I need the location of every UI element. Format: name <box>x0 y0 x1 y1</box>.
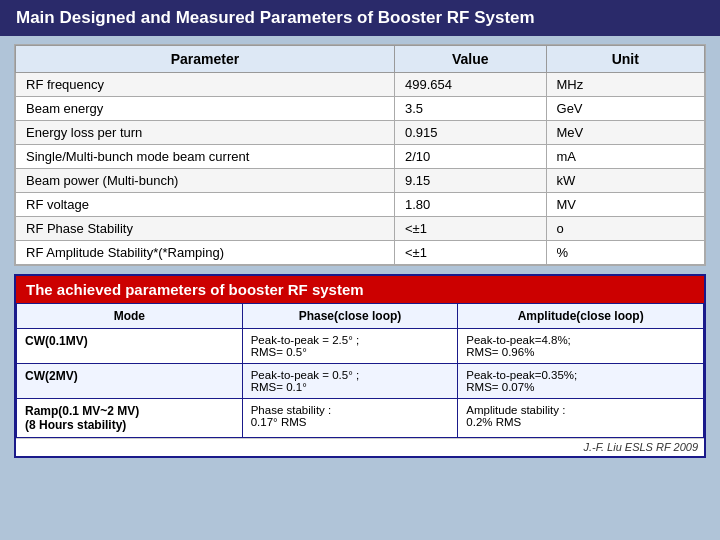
bottom-header-row: Mode Phase(close loop) Amplitude(close l… <box>17 304 704 329</box>
bottom-header-phase: Phase(close loop) <box>242 304 458 329</box>
bottom-amplitude-1: Peak-to-peak=0.35%; RMS= 0.07% <box>458 364 704 399</box>
table-row: RF frequency499.654MHz <box>16 73 705 97</box>
top-cell-6-0: RF Phase Stability <box>16 217 395 241</box>
table-header-row: Parameter Value Unit <box>16 46 705 73</box>
top-cell-0-2: MHz <box>546 73 704 97</box>
top-cell-1-2: GeV <box>546 97 704 121</box>
bottom-table-title: The achieved parameters of booster RF sy… <box>16 276 704 303</box>
table-row: Single/Multi-bunch mode beam current2/10… <box>16 145 705 169</box>
table-row: RF Phase Stability<±1o <box>16 217 705 241</box>
header-unit: Unit <box>546 46 704 73</box>
table-row: RF Amplitude Stability*(*Ramping)<±1% <box>16 241 705 265</box>
bottom-mode-0: CW(0.1MV) <box>17 329 243 364</box>
bottom-mode-1: CW(2MV) <box>17 364 243 399</box>
bottom-amplitude-2: Amplitude stability : 0.2% RMS <box>458 399 704 438</box>
title-text: Main Designed and Measured Parameters of… <box>16 8 535 27</box>
content-area: Parameter Value Unit RF frequency499.654… <box>0 36 720 466</box>
parameters-table: Parameter Value Unit RF frequency499.654… <box>15 45 705 265</box>
top-cell-0-1: 499.654 <box>394 73 546 97</box>
bottom-table-row: CW(0.1MV)Peak-to-peak = 2.5° ; RMS= 0.5°… <box>17 329 704 364</box>
top-cell-6-2: o <box>546 217 704 241</box>
bottom-phase-0: Peak-to-peak = 2.5° ; RMS= 0.5° <box>242 329 458 364</box>
bottom-phase-2: Phase stability : 0.17° RMS <box>242 399 458 438</box>
top-cell-2-0: Energy loss per turn <box>16 121 395 145</box>
top-cell-1-1: 3.5 <box>394 97 546 121</box>
top-cell-0-0: RF frequency <box>16 73 395 97</box>
top-cell-3-0: Single/Multi-bunch mode beam current <box>16 145 395 169</box>
bottom-table-row: Ramp(0.1 MV~2 MV) (8 Hours stability)Pha… <box>17 399 704 438</box>
bottom-phase-1: Peak-to-peak = 0.5° ; RMS= 0.1° <box>242 364 458 399</box>
table-row: Energy loss per turn0.915MeV <box>16 121 705 145</box>
page-title: Main Designed and Measured Parameters of… <box>0 0 720 36</box>
table-row: Beam power (Multi-bunch)9.15kW <box>16 169 705 193</box>
top-cell-2-1: 0.915 <box>394 121 546 145</box>
top-cell-5-0: RF voltage <box>16 193 395 217</box>
top-cell-1-0: Beam energy <box>16 97 395 121</box>
top-cell-7-0: RF Amplitude Stability*(*Ramping) <box>16 241 395 265</box>
footer-text: J.-F. Liu ESLS RF 2009 <box>583 441 698 453</box>
page-container: Main Designed and Measured Parameters of… <box>0 0 720 540</box>
top-cell-5-1: 1.80 <box>394 193 546 217</box>
table-row: RF voltage1.80MV <box>16 193 705 217</box>
bottom-mode-2: Ramp(0.1 MV~2 MV) (8 Hours stability) <box>17 399 243 438</box>
top-cell-5-2: MV <box>546 193 704 217</box>
top-cell-6-1: <±1 <box>394 217 546 241</box>
bottom-header-amplitude: Amplitude(close loop) <box>458 304 704 329</box>
bottom-amplitude-0: Peak-to-peak=4.8%; RMS= 0.96% <box>458 329 704 364</box>
top-cell-7-2: % <box>546 241 704 265</box>
bottom-header-mode: Mode <box>17 304 243 329</box>
header-value: Value <box>394 46 546 73</box>
footer-note: J.-F. Liu ESLS RF 2009 <box>16 438 704 456</box>
top-table-wrapper: Parameter Value Unit RF frequency499.654… <box>14 44 706 266</box>
table-row: Beam energy3.5GeV <box>16 97 705 121</box>
bottom-table-wrapper: The achieved parameters of booster RF sy… <box>14 274 706 458</box>
top-cell-7-1: <±1 <box>394 241 546 265</box>
bottom-table-row: CW(2MV)Peak-to-peak = 0.5° ; RMS= 0.1°Pe… <box>17 364 704 399</box>
top-cell-4-0: Beam power (Multi-bunch) <box>16 169 395 193</box>
bottom-title-text: The achieved parameters of booster RF sy… <box>26 281 364 298</box>
achieved-parameters-table: Mode Phase(close loop) Amplitude(close l… <box>16 303 704 438</box>
top-cell-4-1: 9.15 <box>394 169 546 193</box>
top-cell-3-1: 2/10 <box>394 145 546 169</box>
top-cell-3-2: mA <box>546 145 704 169</box>
top-cell-2-2: MeV <box>546 121 704 145</box>
header-parameter: Parameter <box>16 46 395 73</box>
top-cell-4-2: kW <box>546 169 704 193</box>
